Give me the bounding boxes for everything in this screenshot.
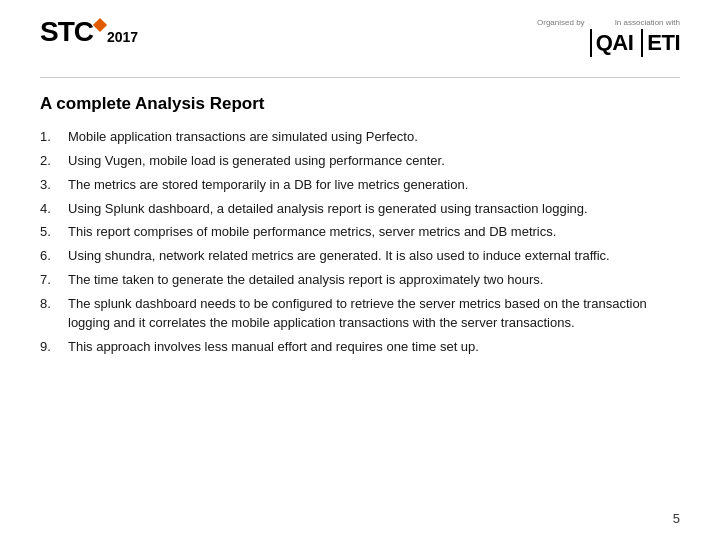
list-number-6: 6.	[40, 247, 68, 266]
stc-logo: STC 2017	[40, 18, 138, 46]
slide-container: STC 2017 Organised by In association wit…	[0, 0, 720, 540]
list-number-2: 2.	[40, 152, 68, 171]
eti-divider	[641, 29, 643, 57]
list-item: 4. Using Splunk dashboard, a detailed an…	[40, 200, 680, 219]
stc-logo-text: STC	[40, 18, 93, 46]
list-number-8: 8.	[40, 295, 68, 333]
list-number-3: 3.	[40, 176, 68, 195]
list-item: 9. This approach involves less manual ef…	[40, 338, 680, 357]
list-text-1: Mobile application transactions are simu…	[68, 128, 680, 147]
list-text-9: This approach involves less manual effor…	[68, 338, 680, 357]
page-number: 5	[673, 511, 680, 526]
content-list: 1. Mobile application transactions are s…	[40, 128, 680, 356]
list-number-4: 4.	[40, 200, 68, 219]
header: STC 2017 Organised by In association wit…	[40, 18, 680, 57]
eti-logo-item: ETI	[641, 29, 680, 57]
qai-logo-item: QAI	[590, 29, 634, 57]
list-item: 2. Using Vugen, mobile load is generated…	[40, 152, 680, 171]
stc-diamond-icon	[93, 18, 107, 32]
list-text-6: Using shundra, network related metrics a…	[68, 247, 680, 266]
list-item: 5. This report comprises of mobile perfo…	[40, 223, 680, 242]
list-text-2: Using Vugen, mobile load is generated us…	[68, 152, 680, 171]
list-item: 1. Mobile application transactions are s…	[40, 128, 680, 147]
list-item: 7. The time taken to generate the detail…	[40, 271, 680, 290]
stc-year-text: 2017	[107, 30, 138, 46]
list-number-7: 7.	[40, 271, 68, 290]
list-item: 8. The splunk dashboard needs to be conf…	[40, 295, 680, 333]
list-text-8: The splunk dashboard needs to be configu…	[68, 295, 680, 333]
page-title: A complete Analysis Report	[40, 94, 680, 114]
qai-divider	[590, 29, 592, 57]
list-number-1: 1.	[40, 128, 68, 147]
list-text-4: Using Splunk dashboard, a detailed analy…	[68, 200, 680, 219]
header-divider	[40, 77, 680, 78]
in-association-label: In association with	[615, 18, 680, 27]
list-text-7: The time taken to generate the detailed …	[68, 271, 680, 290]
qai-logo-label: QAI	[596, 30, 634, 56]
list-number-5: 5.	[40, 223, 68, 242]
list-text-5: This report comprises of mobile performa…	[68, 223, 680, 242]
list-item: 6. Using shundra, network related metric…	[40, 247, 680, 266]
organized-by-label: Organised by	[537, 18, 585, 27]
header-right-logos: Organised by In association with QAI ETI	[537, 18, 680, 57]
list-item: 3. The metrics are stored temporarily in…	[40, 176, 680, 195]
list-number-9: 9.	[40, 338, 68, 357]
eti-logo-label: ETI	[647, 30, 680, 56]
list-text-3: The metrics are stored temporarily in a …	[68, 176, 680, 195]
partner-logos-row: QAI ETI	[590, 29, 680, 57]
header-labels-row: Organised by In association with	[537, 18, 680, 27]
